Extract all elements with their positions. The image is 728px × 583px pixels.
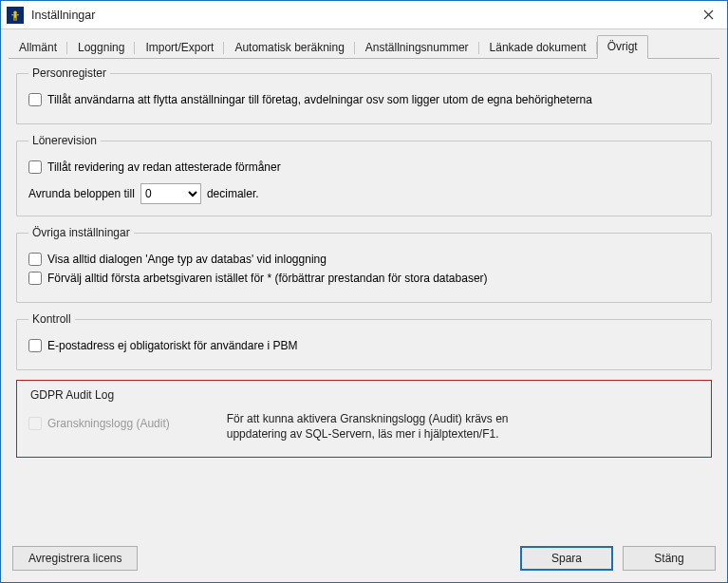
checkbox-preselect-first-employer-label: Förvälj alltid första arbetsgivaren istä…: [47, 272, 488, 285]
checkbox-always-show-db-dialog[interactable]: Visa alltid dialogen 'Ange typ av databa…: [28, 253, 700, 266]
tabpanel-ovrigt: Personregister Tillåt användarna att fly…: [9, 58, 719, 536]
row-round-decimals: Avrunda beloppen till 0 decimaler.: [28, 183, 700, 204]
group-personregister-legend: Personregister: [28, 66, 110, 80]
checkbox-preselect-first-employer[interactable]: Förvälj alltid första arbetsgivaren istä…: [28, 272, 700, 285]
checkbox-allow-move-employments-label: Tillåt användarna att flytta anställning…: [47, 93, 592, 106]
group-kontroll-legend: Kontroll: [28, 312, 75, 326]
window-title: Inställningar: [31, 9, 689, 22]
checkbox-audit-log: Granskningslogg (Audit): [28, 417, 170, 430]
tab-loggning[interactable]: Loggning: [67, 36, 135, 59]
svg-rect-2: [13, 13, 16, 17]
checkbox-audit-log-label: Granskningslogg (Audit): [47, 417, 170, 430]
tabbar: Allmänt Loggning Import/Export Automatis…: [1, 29, 727, 59]
checkbox-allow-revise-attested-input[interactable]: [28, 160, 42, 174]
gdpr-note-text: För att kunna aktivera Granskningslogg (…: [227, 411, 550, 442]
checkbox-allow-move-employments[interactable]: Tillåt användarna att flytta anställning…: [28, 93, 700, 106]
group-gdpr-legend: GDPR Audit Log: [28, 388, 700, 402]
app-icon: [7, 7, 24, 24]
round-decimals-select[interactable]: 0: [140, 183, 201, 204]
tab-ovrigt[interactable]: Övrigt: [597, 35, 648, 59]
checkbox-preselect-first-employer-input[interactable]: [28, 272, 42, 285]
checkbox-email-optional-input[interactable]: [28, 339, 42, 352]
checkbox-audit-log-input: [28, 417, 42, 430]
tab-lankade-dokument[interactable]: Länkade dokument: [479, 36, 597, 59]
group-ovriga-legend: Övriga inställningar: [28, 226, 134, 239]
footer: Avregistrera licens Spara Stäng: [1, 536, 727, 582]
close-button[interactable]: Stäng: [623, 546, 716, 571]
checkbox-allow-revise-attested[interactable]: Tillåt revidering av redan attesterade f…: [28, 160, 700, 174]
deregister-license-button[interactable]: Avregistrera licens: [12, 546, 138, 571]
close-icon[interactable]: [689, 1, 727, 29]
tab-allmant[interactable]: Allmänt: [9, 36, 67, 59]
checkbox-email-optional[interactable]: E-postadress ej obligatoriskt för använd…: [28, 339, 700, 352]
checkbox-allow-move-employments-input[interactable]: [28, 93, 42, 106]
svg-point-1: [13, 10, 16, 13]
group-lonerevision-legend: Lönerevision: [28, 134, 101, 147]
svg-rect-4: [16, 17, 17, 20]
checkbox-always-show-db-dialog-input[interactable]: [28, 253, 42, 266]
group-lonerevision: Lönerevision Tillåt revidering av redan …: [16, 134, 712, 216]
svg-rect-5: [11, 14, 13, 15]
svg-rect-6: [17, 14, 19, 15]
group-kontroll: Kontroll E-postadress ej obligatoriskt f…: [16, 312, 712, 370]
group-gdpr-audit-log: GDPR Audit Log Granskningslogg (Audit) F…: [16, 380, 712, 458]
checkbox-always-show-db-dialog-label: Visa alltid dialogen 'Ange typ av databa…: [47, 253, 327, 266]
tab-import-export[interactable]: Import/Export: [135, 36, 224, 59]
checkbox-allow-revise-attested-label: Tillåt revidering av redan attesterade f…: [47, 160, 281, 174]
settings-window: Inställningar Allmänt Loggning Import/Ex…: [0, 0, 728, 583]
svg-rect-3: [13, 17, 14, 20]
tab-anstallningsnummer[interactable]: Anställningsnummer: [355, 36, 479, 59]
group-ovriga-installningar: Övriga inställningar Visa alltid dialoge…: [16, 226, 712, 303]
tab-automatisk-berakning[interactable]: Automatisk beräkning: [224, 36, 354, 59]
group-personregister: Personregister Tillåt användarna att fly…: [16, 66, 712, 124]
round-prefix-label: Avrunda beloppen till: [28, 187, 135, 200]
titlebar: Inställningar: [1, 1, 727, 29]
save-button[interactable]: Spara: [520, 546, 613, 571]
round-suffix-label: decimaler.: [207, 187, 259, 200]
checkbox-email-optional-label: E-postadress ej obligatoriskt för använd…: [47, 339, 297, 352]
